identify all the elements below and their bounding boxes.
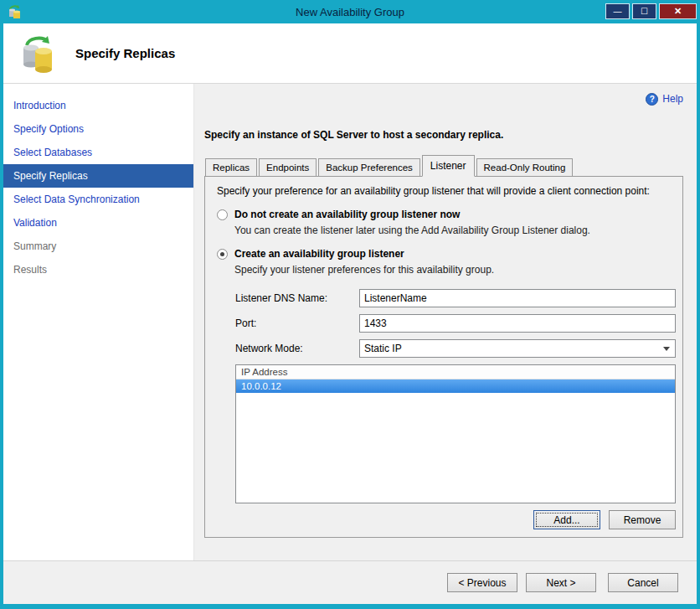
radio-create-listener-circle[interactable] bbox=[217, 249, 228, 260]
tab-replicas[interactable]: Replicas bbox=[205, 158, 257, 176]
help-label: Help bbox=[662, 93, 683, 105]
chevron-down-icon[interactable] bbox=[659, 341, 674, 356]
network-mode-label: Network Mode: bbox=[235, 343, 359, 354]
tab-strip: Replicas Endpoints Backup Preferences Li… bbox=[204, 154, 683, 176]
radio-create-listener-description: Specify your listener preferences for th… bbox=[234, 264, 676, 276]
radio-create-listener-label[interactable]: Create an availability group listener bbox=[234, 248, 404, 260]
network-mode-select[interactable]: Static IP bbox=[359, 339, 676, 358]
wizard-steps-sidebar: Introduction Specify Options Select Data… bbox=[3, 84, 194, 560]
dialog-window: New Availability Group — ☐ ✕ Specify Rep… bbox=[0, 0, 700, 609]
remove-button[interactable]: Remove bbox=[609, 510, 676, 529]
add-button[interactable]: Add... bbox=[533, 510, 600, 529]
sidebar-item-specify-options[interactable]: Specify Options bbox=[3, 117, 193, 141]
window-title: New Availability Group bbox=[0, 6, 700, 18]
ip-list-buttons: Add... Remove bbox=[217, 510, 676, 529]
dns-name-input[interactable] bbox=[359, 289, 676, 307]
minimize-icon[interactable]: — bbox=[605, 3, 630, 19]
sidebar-item-results: Results bbox=[3, 258, 193, 281]
help-link[interactable]: ? Help bbox=[646, 90, 683, 107]
radio-no-listener-description: You can create the listener later using … bbox=[234, 225, 676, 236]
port-input[interactable] bbox=[359, 314, 676, 333]
ip-address-column-header: IP Address bbox=[236, 365, 675, 379]
window-controls: — ☐ ✕ bbox=[605, 3, 697, 19]
tab-read-only-routing[interactable]: Read-Only Routing bbox=[476, 158, 574, 176]
close-icon[interactable]: ✕ bbox=[659, 3, 697, 19]
help-icon: ? bbox=[646, 93, 658, 106]
tab-listener[interactable]: Listener bbox=[422, 155, 475, 177]
cancel-button[interactable]: Cancel bbox=[608, 573, 678, 592]
listener-intro-text: Specify your preference for an availabil… bbox=[217, 185, 676, 197]
help-row: ? Help bbox=[204, 90, 683, 107]
tab-backup-preferences[interactable]: Backup Preferences bbox=[318, 158, 420, 176]
sidebar-item-summary: Summary bbox=[3, 235, 193, 258]
port-row: Port: bbox=[217, 314, 676, 333]
page-title: Specify Replicas bbox=[75, 46, 175, 60]
wizard-header: Specify Replicas bbox=[3, 23, 697, 84]
radio-create-listener[interactable]: Create an availability group listener bbox=[217, 248, 676, 260]
sidebar-item-select-databases[interactable]: Select Databases bbox=[3, 141, 193, 164]
port-label: Port: bbox=[235, 317, 359, 329]
network-mode-row: Network Mode: Static IP bbox=[217, 339, 676, 358]
network-mode-value: Static IP bbox=[364, 343, 402, 354]
app-icon bbox=[7, 4, 22, 19]
availability-group-icon bbox=[18, 34, 57, 73]
sidebar-item-introduction[interactable]: Introduction bbox=[3, 94, 193, 117]
ip-address-list[interactable]: IP Address 10.0.0.12 bbox=[235, 364, 676, 503]
radio-no-listener-label[interactable]: Do not create an availability group list… bbox=[234, 209, 460, 220]
dialog-frame: Specify Replicas Introduction Specify Op… bbox=[3, 23, 697, 604]
wizard-footer: < Previous Next > Cancel bbox=[3, 560, 697, 604]
sidebar-item-validation[interactable]: Validation bbox=[3, 211, 193, 235]
wizard-body: Introduction Specify Options Select Data… bbox=[3, 84, 697, 560]
maximize-icon[interactable]: ☐ bbox=[632, 3, 656, 19]
tab-endpoints[interactable]: Endpoints bbox=[259, 158, 317, 176]
sidebar-item-specify-replicas[interactable]: Specify Replicas bbox=[3, 164, 193, 188]
title-bar: New Availability Group — ☐ ✕ bbox=[0, 0, 700, 23]
previous-button[interactable]: < Previous bbox=[447, 573, 517, 592]
radio-no-listener[interactable]: Do not create an availability group list… bbox=[217, 209, 676, 220]
listener-tab-panel: Specify your preference for an availabil… bbox=[204, 176, 683, 538]
sidebar-item-select-data-synchronization[interactable]: Select Data Synchronization bbox=[3, 188, 193, 211]
dns-name-row: Listener DNS Name: bbox=[217, 289, 676, 307]
dns-name-label: Listener DNS Name: bbox=[235, 292, 359, 304]
ip-address-row[interactable]: 10.0.0.12 bbox=[236, 379, 675, 393]
main-content: ? Help Specify an instance of SQL Server… bbox=[194, 84, 697, 560]
radio-no-listener-circle[interactable] bbox=[217, 209, 228, 220]
instruction-text: Specify an instance of SQL Server to hos… bbox=[204, 129, 683, 141]
next-button[interactable]: Next > bbox=[526, 573, 596, 592]
